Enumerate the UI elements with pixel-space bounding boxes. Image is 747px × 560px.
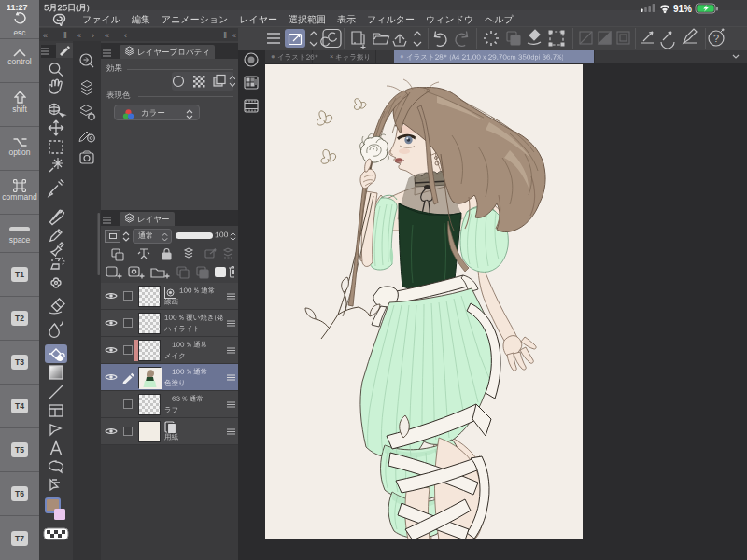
svg-text:91%: 91%: [673, 4, 692, 14]
svg-text:?: ?: [713, 33, 719, 44]
